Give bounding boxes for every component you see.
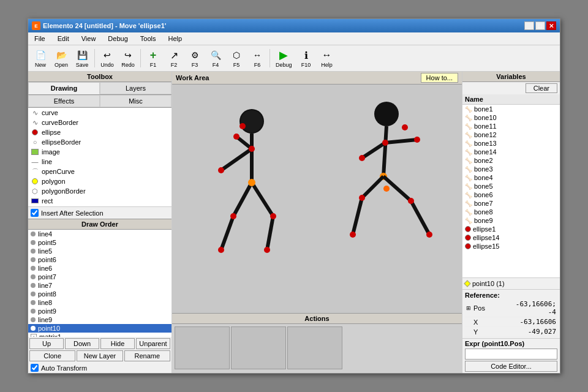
f2-button[interactable]: ↗ F2 — [164, 47, 184, 70]
menu-help[interactable]: Help — [164, 34, 186, 43]
unparent-button[interactable]: Unparent — [136, 338, 170, 349]
insert-after-checkbox[interactable] — [31, 209, 39, 217]
redo-button[interactable]: ↪ Redo — [118, 47, 138, 70]
do-point9[interactable]: point9 — [28, 307, 172, 315]
var-bone12[interactable]: 🦴 bone12 — [462, 130, 560, 139]
menu-view[interactable]: View — [78, 34, 100, 43]
new-button[interactable]: 📄 New — [31, 47, 50, 70]
tab-effects[interactable]: Effects — [28, 95, 100, 107]
variables-title: Variables — [462, 72, 560, 82]
menu-file[interactable]: File — [31, 34, 49, 43]
auto-transform-checkbox[interactable] — [31, 364, 39, 372]
f1-button[interactable]: + F1 — [143, 47, 163, 70]
f5-button[interactable]: ⬡ F5 — [227, 47, 246, 70]
do-point10[interactable]: point10 — [28, 324, 172, 333]
var-ellipse15[interactable]: ellipse15 — [462, 242, 560, 251]
title-bar: E Elemento 24 [untitled] - Move 'ellipse… — [28, 19, 560, 32]
minimize-button[interactable]: _ — [524, 21, 534, 30]
svg-point-6 — [218, 167, 224, 173]
tool-image[interactable]: image — [28, 147, 172, 157]
code-editor-button[interactable]: Code Editor... — [465, 361, 557, 372]
pos-expand-icon[interactable]: ⊞ — [465, 305, 472, 311]
f4-button[interactable]: 🔍 F4 — [206, 47, 225, 70]
do-line7[interactable]: line7 — [28, 281, 172, 290]
var-bone9[interactable]: 🦴 bone9 — [462, 216, 560, 225]
auto-transform-row: Auto Transform — [28, 363, 172, 373]
f6-button[interactable]: ↔ F6 — [247, 47, 267, 70]
var-bone7[interactable]: 🦴 bone7 — [462, 199, 560, 208]
down-button[interactable]: Down — [65, 338, 99, 349]
debug-button[interactable]: ▶ Debug — [273, 47, 295, 70]
tool-ellipse[interactable]: ellipse — [28, 127, 172, 137]
bone3-icon: 🦴 — [465, 166, 472, 173]
menu-bar: File Edit View Debug Tools Help — [28, 32, 560, 45]
do-line6[interactable]: line6 — [28, 264, 172, 273]
var-bone4[interactable]: 🦴 bone4 — [462, 173, 560, 182]
frame-2[interactable] — [231, 326, 286, 369]
how-to-button[interactable]: How to... — [421, 73, 458, 83]
do-matrix1[interactable]: + matrix1 — [28, 333, 172, 337]
do-line9[interactable]: line9 — [28, 315, 172, 324]
do-line8[interactable]: line8 — [28, 298, 172, 307]
f3-icon: ⚙ — [188, 48, 202, 62]
svg-point-25 — [382, 140, 388, 146]
var-bone13[interactable]: 🦴 bone13 — [462, 139, 560, 148]
tool-polygon[interactable]: polygon — [28, 176, 172, 186]
do-point8[interactable]: point8 — [28, 290, 172, 298]
tool-curve[interactable]: ∿ curve — [28, 108, 172, 118]
f3-button[interactable]: ⚙ F3 — [185, 47, 205, 70]
expr-input[interactable] — [465, 349, 557, 360]
var-bone3[interactable]: 🦴 bone3 — [462, 165, 560, 173]
f1-icon: + — [146, 48, 160, 62]
open-button[interactable]: 📂 Open — [51, 47, 71, 70]
y-val: -49,027 — [515, 327, 558, 336]
do-point5[interactable]: point5 — [28, 238, 172, 247]
do-point6[interactable]: point6 — [28, 255, 172, 264]
do-point7[interactable]: point7 — [28, 273, 172, 281]
hide-button[interactable]: Hide — [100, 338, 135, 349]
tool-polygonborder[interactable]: ⬡ polygonBorder — [28, 186, 172, 196]
new-layer-button[interactable]: New Layer — [77, 350, 123, 361]
up-button[interactable]: Up — [29, 338, 64, 349]
tab-misc[interactable]: Misc — [100, 95, 172, 107]
tab-drawing[interactable]: Drawing — [28, 82, 100, 94]
var-bone1[interactable]: 🦴 bone1 — [462, 105, 560, 113]
maximize-button[interactable]: □ — [535, 21, 545, 30]
frame-3[interactable] — [287, 326, 342, 369]
var-bone5[interactable]: 🦴 bone5 — [462, 182, 560, 190]
tool-ellipseborder[interactable]: ○ ellipseBorder — [28, 137, 172, 147]
var-bone14[interactable]: 🦴 bone14 — [462, 148, 560, 156]
tool-rect[interactable]: rect — [28, 196, 172, 206]
menu-debug[interactable]: Debug — [104, 34, 131, 43]
frame-1[interactable] — [175, 326, 230, 369]
tool-curveborder[interactable]: ∿ curveBorder — [28, 118, 172, 127]
do-line4[interactable]: line4 — [28, 230, 172, 238]
canvas-area[interactable] — [172, 85, 462, 313]
tool-opencurve[interactable]: ⌒ openCurve — [28, 167, 172, 176]
var-ellipse1[interactable]: ellipse1 — [462, 225, 560, 233]
rename-button[interactable]: Rename — [124, 350, 170, 361]
svg-point-16 — [218, 247, 224, 253]
toolbox-title: Toolbox — [28, 72, 172, 82]
menu-edit[interactable]: Edit — [54, 34, 73, 43]
svg-line-12 — [252, 183, 273, 216]
tab-layers[interactable]: Layers — [100, 82, 172, 94]
var-bone11[interactable]: 🦴 bone11 — [462, 122, 560, 130]
var-bone10[interactable]: 🦴 bone10 — [462, 113, 560, 122]
reference-section: Reference: ⊞ Pos -63,16606; -4 X -63,166… — [462, 290, 560, 338]
var-bone6[interactable]: 🦴 bone6 — [462, 190, 560, 199]
menu-tools[interactable]: Tools — [137, 34, 160, 43]
close-button[interactable]: ✕ — [546, 21, 556, 30]
clear-button[interactable]: Clear — [526, 83, 557, 93]
toolbox-tabs-row2: Effects Misc — [28, 95, 172, 108]
f10-button[interactable]: ℹ F10 — [296, 47, 316, 70]
clone-button[interactable]: Clone — [29, 350, 75, 361]
undo-button[interactable]: ↩ Undo — [97, 47, 117, 70]
var-ellipse14[interactable]: ellipse14 — [462, 233, 560, 242]
do-line5[interactable]: line5 — [28, 247, 172, 255]
save-button[interactable]: 💾 Save — [72, 47, 92, 70]
var-bone2[interactable]: 🦴 bone2 — [462, 156, 560, 165]
tool-line[interactable]: — line — [28, 157, 172, 167]
help-button[interactable]: ↔ Help — [317, 47, 337, 70]
var-bone8[interactable]: 🦴 bone8 — [462, 208, 560, 216]
